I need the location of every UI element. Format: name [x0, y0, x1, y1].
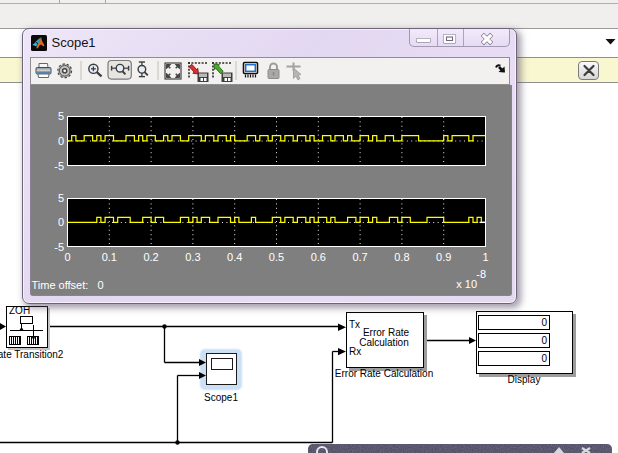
svg-text:0.1: 0.1 [102, 251, 117, 263]
svg-text:0.4: 0.4 [227, 251, 242, 263]
svg-text:-8: -8 [476, 268, 486, 280]
svg-text:x 10: x 10 [456, 278, 477, 290]
svg-text:-5: -5 [54, 241, 64, 253]
svg-text:0.9: 0.9 [436, 251, 451, 263]
svg-text:0.7: 0.7 [352, 251, 367, 263]
svg-text:1: 1 [482, 251, 488, 263]
svg-text:0: 0 [64, 251, 70, 263]
svg-text:0.2: 0.2 [143, 251, 158, 263]
svg-text:0.3: 0.3 [185, 251, 200, 263]
svg-text:0.5: 0.5 [269, 251, 284, 263]
svg-text:Time offset: 0: Time offset: 0 [32, 279, 104, 291]
svg-text:5: 5 [58, 110, 64, 122]
svg-text:0: 0 [58, 135, 64, 147]
svg-text:0: 0 [58, 216, 64, 228]
svg-text:5: 5 [58, 192, 64, 204]
svg-text:-5: -5 [54, 160, 64, 172]
svg-text:0.8: 0.8 [394, 251, 409, 263]
svg-text:0.6: 0.6 [311, 251, 326, 263]
